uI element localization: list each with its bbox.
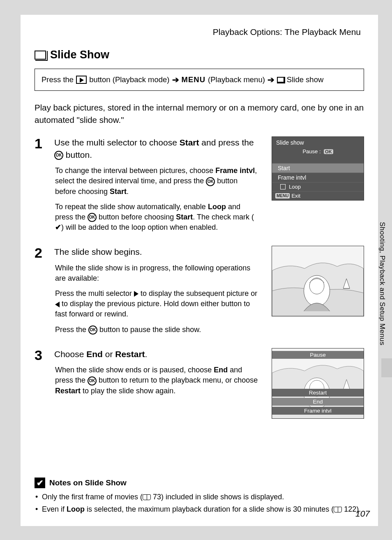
- lcd-option-start: Start: [272, 163, 364, 173]
- text: Press the multi selector: [55, 289, 134, 298]
- lcd-overlay-restart: Restart: [272, 389, 364, 397]
- step-number: 3: [35, 348, 47, 419]
- step-paragraph: Press the multi selector to display the …: [54, 288, 259, 320]
- ok-button-icon: OK: [88, 213, 97, 222]
- step-number: 2: [35, 246, 47, 340]
- step-1: 1 Use the multi selector to choose Start…: [35, 136, 364, 238]
- lcd-spacer: [272, 158, 364, 163]
- text-bold: Start: [176, 213, 193, 221]
- svg-point-4: [309, 278, 324, 294]
- lcd-photo-preview: [272, 246, 364, 316]
- note-item: Only the first frame of movies ( 73) inc…: [35, 492, 364, 502]
- lcd-pause-menu: Pause Restart End Frame intvl: [272, 348, 364, 419]
- illustration-scene-icon: [272, 246, 364, 316]
- notes-section: ✔ Notes on Slide Show Only the first fra…: [35, 478, 364, 516]
- lcd-overlay-frame-intvl: Frame intvl: [272, 407, 364, 415]
- step-heading: Use the multi selector to choose Start a…: [54, 136, 259, 161]
- page-ref-icon: [334, 507, 342, 512]
- notes-check-icon: ✔: [35, 478, 45, 488]
- text: to play the slide show again.: [81, 387, 175, 395]
- text-bold: Frame intvl: [215, 166, 255, 175]
- instr-text: Slide show: [287, 75, 323, 84]
- step-body: The slide show begins. While the slide s…: [54, 246, 259, 340]
- text: To repeat the slide show automatically, …: [55, 203, 208, 211]
- lcd-ok-badge: OK: [324, 149, 333, 154]
- text: to display the previous picture. Hold do…: [55, 300, 250, 318]
- step-2: 2 The slide show begins. While the slide…: [35, 246, 364, 340]
- text: 73) included in slide shows is displayed…: [151, 493, 284, 501]
- notes-title: Notes on Slide Show: [49, 478, 127, 487]
- arrow-right-icon: ➔: [267, 75, 274, 85]
- arrow-right-icon: ➔: [172, 75, 179, 85]
- text: To change the interval between pictures,…: [55, 166, 215, 175]
- note-item: Even if Loop is selected, the maximum pl…: [35, 504, 364, 515]
- slideshow-small-icon: [277, 77, 284, 83]
- step-paragraph: When the slide show ends or is paused, c…: [54, 365, 259, 396]
- text-bold: End: [214, 366, 228, 374]
- checkbox-icon: [280, 184, 286, 189]
- text: Even if: [42, 505, 67, 513]
- side-tab-label: Shooting, Playback and Setup Menus: [378, 222, 386, 346]
- check-icon: ✔: [55, 222, 61, 233]
- text: When the slide show ends or is paused, c…: [55, 366, 214, 374]
- text: Exit: [291, 193, 300, 199]
- page-ref-icon: [143, 494, 151, 500]
- text-bold: Restart: [55, 387, 81, 395]
- lcd-slideshow-menu: Slide show Pause : OK Start Frame intvl …: [272, 136, 364, 201]
- text: Use the multi selector to choose: [54, 138, 180, 147]
- text: Press the: [55, 325, 88, 334]
- text: .: [145, 349, 148, 359]
- navigation-instruction: Press the button (Playback mode) ➔ MENU …: [35, 69, 364, 91]
- step-heading: Choose End or Restart.: [54, 348, 259, 360]
- text-bold: Loop: [208, 203, 226, 211]
- step-body: Choose End or Restart. When the slide sh…: [54, 348, 259, 419]
- step-paragraph: To change the interval between pictures,…: [54, 166, 259, 197]
- text: Choose: [54, 349, 86, 359]
- manual-page: Playback Options: The Playback Menu Slid…: [21, 15, 378, 526]
- text: Loop: [289, 184, 301, 190]
- instr-text: Press the: [42, 75, 74, 84]
- instr-text: button (Playback mode): [89, 75, 169, 84]
- text: and press the: [199, 138, 254, 147]
- slideshow-icon: [35, 51, 46, 60]
- text: button to return to the playback menu, o…: [97, 376, 258, 384]
- text: Pause: [302, 148, 318, 155]
- text: to display the subsequent picture or: [138, 289, 257, 298]
- intro-paragraph: Play back pictures, stored in the intern…: [35, 102, 364, 126]
- section-breadcrumb: Playback Options: The Playback Menu: [35, 27, 364, 37]
- triangle-left-icon: [55, 302, 60, 307]
- text: Only the first frame of movies (: [42, 493, 143, 501]
- lcd-overlay-end: End: [272, 398, 364, 406]
- playback-button-icon: [76, 76, 87, 84]
- text-bold: End: [86, 349, 103, 359]
- step-paragraph: To repeat the slide show automatically, …: [54, 202, 259, 233]
- step-number: 1: [35, 136, 47, 238]
- steps-list: 1 Use the multi selector to choose Start…: [35, 136, 364, 418]
- lcd-option-frame-intvl: Frame intvl: [272, 173, 364, 182]
- step-3: 3 Choose End or Restart. When the slide …: [35, 348, 364, 419]
- menu-badge-icon: MENU: [275, 193, 290, 198]
- menu-label: MENU: [182, 75, 205, 84]
- ok-button-icon: OK: [54, 151, 63, 160]
- lcd-pause-hint: Pause : OK: [272, 148, 364, 158]
- step-paragraph: Press the OK button to pause the slide s…: [54, 325, 259, 335]
- side-tab-marker: [381, 358, 392, 377]
- text: button.: [63, 150, 92, 159]
- text: . The check mark (: [193, 213, 254, 221]
- text: .: [127, 187, 129, 196]
- triangle-right-icon: [134, 291, 138, 297]
- text: or: [103, 349, 115, 359]
- ok-button-icon: OK: [206, 177, 215, 186]
- lcd-exit-row: MENU Exit: [272, 191, 364, 200]
- text-bold: Start: [180, 138, 199, 147]
- text-bold: Start: [110, 187, 127, 196]
- ok-button-icon: OK: [88, 325, 97, 335]
- ok-button-icon: OK: [88, 376, 97, 385]
- text-bold: Loop: [67, 505, 85, 513]
- text-bold: Restart: [115, 349, 145, 359]
- page-title-row: Slide Show: [35, 48, 364, 61]
- text: is selected, the maximum playback durati…: [85, 505, 334, 513]
- text: button to pause the slide show.: [97, 325, 201, 334]
- step-heading: The slide show begins.: [54, 246, 259, 258]
- text: ) will be added to the loop option when …: [61, 223, 218, 231]
